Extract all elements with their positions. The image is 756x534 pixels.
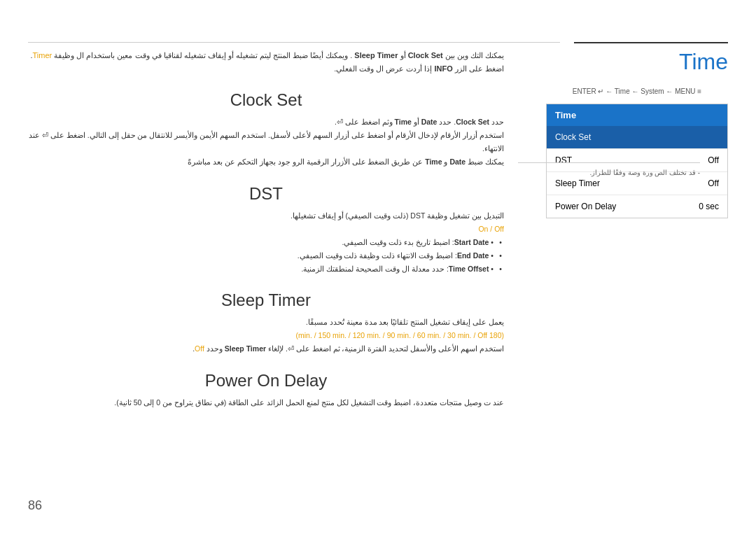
top-border-left	[28, 42, 560, 43]
menu-item-sleep-timer-label: Sleep Timer	[555, 178, 600, 188]
power-on-delay-section: Power On Delay عند ت وصيل منتجات متعددة،…	[28, 371, 504, 409]
dst-section: DST التبديل بين تشغيل وظيفة DST (ذلت وقي…	[28, 184, 504, 275]
nav-breadcrumb: ENTER ↵ ← Time ← System ← MENU ≡	[546, 87, 728, 95]
time-menu-box: Time Clock Set DST Off Sleep Timer Off P…	[546, 104, 728, 218]
menu-item-clock-set-label: Clock Set	[555, 132, 591, 142]
menu-item-power-on-delay-label: Power On Delay	[555, 202, 616, 211]
page-number: 86	[28, 498, 42, 513]
dst-body: التبديل بين تشغيل وظيفة DST (ذلت وقيت ال…	[28, 209, 504, 275]
intro-line1: يمكنك التك وين بين Clock Set أو Sleep Ti…	[28, 49, 504, 62]
intro-highlight: Timer	[33, 51, 52, 59]
sleep-off-highlight: Off	[195, 344, 204, 353]
intro-line2: اضغط على الزر INFO إذا أردت عرض ال وقت ا…	[28, 62, 504, 76]
clock-set-section: Clock Set حدد Clock Set. حدد Date أو Tim…	[28, 90, 504, 169]
clock-set-title: Clock Set	[28, 90, 504, 110]
clock-set-body: حدد Clock Set. حدد Date أو Time وثم اضغط…	[28, 115, 504, 169]
page-title: Time	[546, 49, 728, 75]
sleep-timer-options: (180 min. / 150 min. / 120 min. / 90 min…	[296, 331, 504, 339]
left-content: يمكنك التك وين بين Clock Set أو Sleep Ti…	[28, 49, 504, 425]
power-on-delay-body: عند ت وصيل منتجات متعددة، اضبط وقت التشغ…	[28, 396, 504, 409]
bottom-note: - قد تختلف الص ورة وصة وفقًا للطراز.	[518, 162, 700, 176]
breadcrumb-text: ENTER ↵ ← Time ← System ← MENU ≡	[573, 87, 701, 95]
menu-item-power-on-delay[interactable]: Power On Delay 0 sec	[547, 195, 727, 218]
menu-header: Time	[547, 104, 727, 126]
sleep-timer-body: يعمل على إيقاف تشغيل المنتج تلقائيًا بعد…	[28, 316, 504, 356]
menu-item-dst-value: Off	[708, 155, 719, 165]
dst-on-off: On / Off	[478, 225, 504, 233]
power-on-delay-title: Power On Delay	[28, 371, 504, 391]
right-panel: Time ENTER ↵ ← Time ← System ← MENU ≡ Ti…	[546, 49, 728, 218]
sleep-timer-section: Sleep Timer يعمل على إيقاف تشغيل المنتج …	[28, 290, 504, 356]
menu-item-sleep-timer-value: Off	[708, 178, 719, 188]
intro-section: يمكنك التك وين بين Clock Set أو Sleep Ti…	[28, 49, 504, 75]
sleep-timer-title: Sleep Timer	[28, 290, 504, 310]
menu-item-clock-set[interactable]: Clock Set	[547, 126, 727, 149]
menu-item-power-on-delay-value: 0 sec	[699, 202, 719, 211]
top-border-right	[574, 42, 728, 43]
dst-title: DST	[28, 184, 504, 204]
